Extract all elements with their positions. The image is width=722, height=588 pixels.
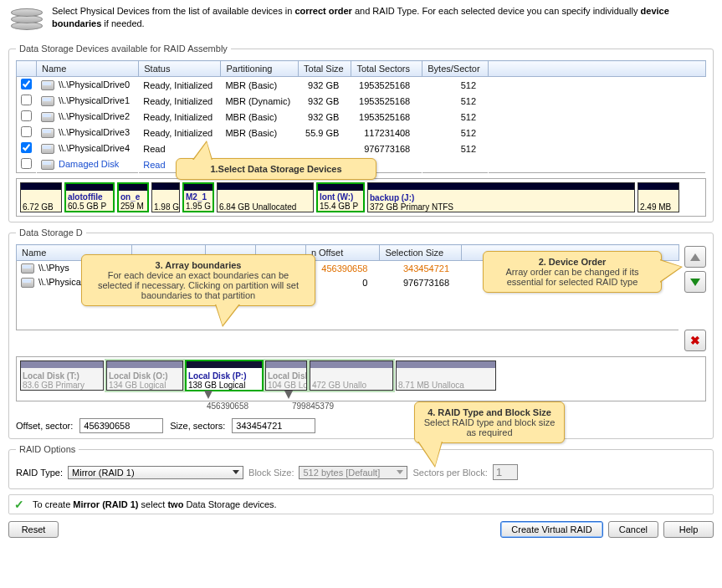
drive-icon (21, 263, 34, 274)
partition-block[interactable]: on_e259 M (117, 182, 149, 212)
raid-type-label: RAID Type: (16, 468, 63, 478)
available-partition-strip[interactable]: 6.72 GBalotoffile60.5 GB Pon_e259 M1.98 … (16, 178, 706, 217)
partition-block[interactable]: backup (J:)372 GB Primary NTFS (367, 182, 635, 212)
callout-2: 2. Device Order Array order can be chang… (483, 251, 662, 293)
remove-button[interactable]: ✖ (684, 330, 706, 351)
col2-selsize[interactable]: Selection Size (380, 245, 462, 261)
device-checkbox[interactable] (21, 110, 32, 121)
move-up-button[interactable] (684, 246, 706, 268)
create-raid-button[interactable]: Create Virtual RAID (500, 521, 602, 538)
boundary-handle-end[interactable] (284, 391, 293, 399)
raid-options-fieldset: RAID Options RAID Type: Mirror (RAID 1) … (8, 444, 714, 489)
device-checkbox[interactable] (21, 95, 32, 105)
partition-block[interactable]: lont (W:)15.4 GB P (316, 182, 365, 212)
header: Select Physical Devices from the list of… (8, 5, 714, 35)
boundary-start-label: 456390658 (207, 401, 248, 411)
drive-icon (41, 112, 54, 122)
drive-icon (41, 80, 54, 90)
table-row[interactable]: \\.\PhysicalDrive4Read976773168512 (17, 141, 706, 156)
partition-block[interactable]: 8.71 MB Unalloca (396, 360, 496, 391)
partition-block[interactable]: 1.98 G (151, 182, 180, 212)
raid-type-combo[interactable]: Mirror (RAID 1) (68, 466, 243, 479)
size-input[interactable] (232, 418, 315, 433)
table-row[interactable]: \\.\PhysicalDrive1Ready, InitializedMBR … (17, 93, 706, 109)
partition-block[interactable]: 2.49 MB (638, 182, 679, 212)
move-down-button[interactable] (684, 271, 706, 293)
table-row[interactable]: \\.\PhysicalDrive2Ready, InitializedMBR … (17, 109, 706, 125)
available-devices-fieldset: Data Storage Devices available for RAID … (8, 43, 714, 222)
device-checkbox[interactable] (21, 79, 32, 89)
partition-block[interactable]: Local Disk (P:)138 GB Logical (186, 360, 263, 391)
col-total-sectors[interactable]: Total Sectors (351, 61, 422, 77)
sectors-per-block-input (493, 464, 518, 480)
partition-block[interactable]: 6.84 GB Unallocated (217, 182, 314, 212)
col-status[interactable]: Status (139, 61, 221, 77)
available-devices-table: Name Status Partitioning Total Size Tota… (16, 60, 706, 173)
partition-block[interactable]: 472 GB Unallo (310, 360, 393, 391)
offset-input[interactable] (79, 418, 163, 433)
cancel-button[interactable]: Cancel (608, 521, 658, 538)
block-size-label: Block Size: (248, 468, 294, 478)
drive-icon (41, 160, 54, 170)
partition-block[interactable]: 6.72 GB (20, 182, 62, 212)
partition-block[interactable]: Local Disk (R:)104 GB Logical (265, 360, 307, 391)
drive-icon (41, 144, 54, 154)
boundary-end-label: 799845379 (292, 401, 334, 411)
col-total-size[interactable]: Total Size (299, 61, 351, 77)
partition-block[interactable]: Local Disk (T:)83.6 GB Primary (20, 360, 104, 391)
device-checkbox[interactable] (21, 158, 32, 169)
drive-stack-icon (8, 5, 45, 35)
callout-1: 1.Select Data Storage Devices (176, 158, 376, 180)
drive-icon (21, 278, 34, 288)
col-bytes-sector[interactable]: Bytes/Sector (422, 61, 489, 77)
callout-4: 4. RAID Type and Block Size Select RAID … (414, 401, 565, 443)
header-text: Select Physical Devices from the list of… (52, 5, 714, 30)
buttons-row: Reset Create Virtual RAID Cancel Help (8, 521, 714, 538)
col2-offset[interactable]: n Offset (305, 245, 380, 261)
partition-block[interactable]: alotoffile60.5 GB P (64, 182, 115, 212)
raid-options-legend: RAID Options (16, 444, 79, 454)
drive-icon (41, 128, 54, 138)
status-bar: To create Mirror (RAID 1) select two Dat… (8, 494, 714, 514)
table-row[interactable]: \\.\PhysicalDrive0Ready, InitializedMBR … (17, 77, 706, 94)
device-checkbox[interactable] (21, 142, 32, 153)
selected-partition-strip[interactable]: Local Disk (T:)83.6 GB PrimaryLocal Disk… (16, 356, 706, 401)
callout-3: 3. Array boundaries For each device an e… (81, 254, 315, 306)
boundary-handle-start[interactable] (204, 391, 213, 399)
status-text: To create Mirror (RAID 1) select two Dat… (33, 499, 277, 509)
offset-size-row: Offset, sector: Size, sectors: (16, 418, 706, 433)
available-devices-legend: Data Storage Devices available for RAID … (16, 43, 231, 54)
sectors-per-block-label: Sectors per Block: (412, 468, 487, 478)
partition-block[interactable]: M2_11.95 G (182, 182, 214, 212)
reset-button[interactable]: Reset (8, 521, 59, 538)
selected-devices-legend: Data Storage D (16, 228, 86, 238)
partition-block[interactable]: Local Disk (O:)134 GB Logical (106, 360, 183, 391)
check-icon (14, 498, 28, 511)
size-label: Size, sectors: (170, 421, 225, 431)
offset-label: Offset, sector: (16, 421, 73, 431)
col-partitioning[interactable]: Partitioning (221, 61, 299, 77)
device-checkbox[interactable] (21, 126, 32, 137)
block-size-combo: 512 bytes [Default] (299, 466, 407, 479)
help-button[interactable]: Help (663, 521, 714, 538)
table-row[interactable]: \\.\PhysicalDrive3Ready, InitializedMBR … (17, 125, 706, 141)
col-name[interactable]: Name (37, 61, 139, 77)
drive-icon (41, 96, 54, 106)
